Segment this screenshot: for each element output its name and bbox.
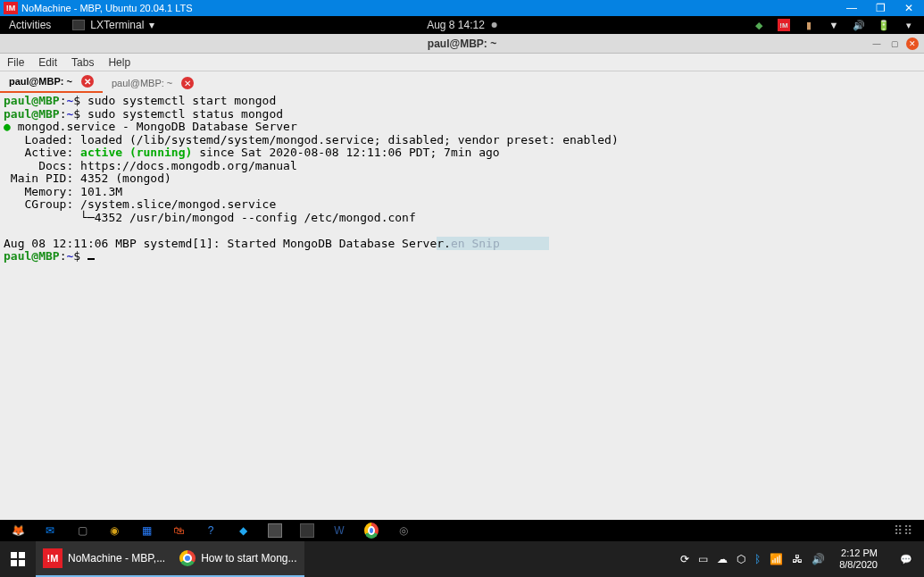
tray-dropbox-icon[interactable]: ⬡: [737, 553, 745, 565]
chrome-app-icon: [179, 550, 196, 566]
tray-video-icon[interactable]: ▭: [698, 553, 708, 565]
tab-close-button[interactable]: ✕: [81, 75, 94, 88]
nomachine-titlebar: !M NoMachine - MBP, Ubuntu 20.04.1 LTS —…: [0, 0, 924, 16]
ubuntu-dock: 🦊 ✉ ▢ ◉ ▦ 🛍 ? ◆ W ◎ ⠿⠿: [0, 520, 924, 541]
chrome-icon[interactable]: [364, 523, 379, 538]
action-center-button[interactable]: 💬: [892, 541, 920, 577]
prompt-user: paul@MBP: [4, 107, 60, 121]
svg-rect-2: [11, 560, 17, 566]
libreoffice-writer-icon[interactable]: ▦: [139, 523, 154, 538]
log-line: Aug 08 12:11:06 MBP systemd[1]: Started …: [4, 237, 437, 250]
nomachine-title: NoMachine - MBP, Ubuntu 20.04.1 LTS: [21, 3, 193, 13]
files-icon[interactable]: ▢: [75, 523, 89, 538]
clock-date: 8/8/2020: [839, 559, 878, 571]
close-button[interactable]: ✕: [903, 2, 915, 14]
clock-time: 2:12 PM: [839, 548, 878, 559]
ubuntu-top-bar: Activities LXTerminal ▾ Aug 8 14:12 ◆ !M…: [0, 16, 924, 34]
docs-line: Docs: https://docs.mongodb.org/manual: [4, 159, 297, 172]
show-apps-icon[interactable]: ⠿⠿: [894, 523, 913, 538]
status-bullet-icon: ●: [4, 120, 11, 133]
memory-line: Memory: 101.3M: [4, 185, 122, 198]
nomachine-logo-icon: !M: [4, 2, 18, 14]
power-icon[interactable]: ▾: [903, 19, 915, 31]
network-icon[interactable]: ▼: [828, 19, 840, 31]
terminal-icon: [72, 20, 85, 30]
task-label: How to start Mong...: [201, 552, 296, 564]
tray-onedrive-icon[interactable]: ☁: [717, 553, 728, 565]
maximize-button[interactable]: ❐: [874, 2, 887, 14]
tray-network-icon[interactable]: 🖧: [792, 553, 803, 565]
taskbar-item-nomachine[interactable]: !M NoMachine - MBP,...: [36, 541, 172, 577]
terminal-titlebar: paul@MBP: ~ — ▢ ✕: [0, 34, 924, 54]
menu-tabs[interactable]: Tabs: [71, 56, 94, 69]
taskbar-item-chrome[interactable]: How to start Mong...: [172, 541, 304, 577]
cgroup-proc-line: └─4352 /usr/bin/mongod --config /etc/mon…: [4, 211, 416, 224]
tab-close-button[interactable]: ✕: [181, 77, 194, 89]
terminal-tabbar: paul@MBP: ~ ✕ paul@MBP: ~ ✕: [0, 71, 924, 93]
minimize-button[interactable]: —: [845, 2, 858, 14]
tab-label: paul@MBP: ~: [112, 78, 172, 88]
svg-rect-0: [11, 552, 17, 558]
battery-icon[interactable]: 🔋: [878, 19, 890, 31]
volume-icon[interactable]: 🔊: [853, 19, 865, 31]
active-status: active (running): [80, 146, 192, 159]
thunderbird-icon[interactable]: ✉: [43, 523, 57, 538]
clipboard-icon[interactable]: ▮: [803, 19, 815, 31]
active-label: Active:: [4, 146, 80, 159]
command-2: sudo systemctl status mongod: [87, 107, 283, 121]
window-minimize-button[interactable]: —: [870, 38, 883, 50]
service-line: mongod.service - MongoDB Database Server: [11, 120, 297, 133]
app-menu[interactable]: LXTerminal ▾: [72, 19, 154, 31]
taskbar-clock[interactable]: 2:12 PM 8/8/2020: [834, 548, 883, 571]
vscode-icon[interactable]: ◆: [236, 523, 250, 538]
terminal-body[interactable]: paul@MBP:~$ sudo systemctl start mongod …: [0, 93, 924, 520]
activities-button[interactable]: Activities: [9, 19, 51, 31]
nomachine-tray-icon[interactable]: !M: [778, 19, 790, 31]
tray-bluetooth-icon[interactable]: ᛒ: [754, 553, 761, 565]
tray-volume-icon[interactable]: 🔊: [812, 553, 825, 565]
windows-logo-icon: [11, 552, 25, 566]
loaded-line: Loaded: loaded (/lib/systemd/system/mong…: [4, 133, 619, 146]
ubuntu-software-icon[interactable]: 🛍: [171, 523, 186, 538]
cursor: [87, 258, 95, 260]
windows-taskbar: !M NoMachine - MBP,... How to start Mong…: [0, 541, 924, 577]
active-since: since Sat 2020-08-08 12:11:06 PDT; 7min …: [192, 146, 499, 159]
help-icon[interactable]: ?: [204, 523, 218, 538]
prompt-user: paul@MBP: [4, 94, 60, 107]
lxterminal-icon[interactable]: [268, 523, 282, 538]
prompt-user: paul@MBP: [4, 249, 60, 263]
selected-watermark: en Snip: [451, 237, 549, 250]
menu-file[interactable]: File: [7, 56, 24, 69]
firefox-icon[interactable]: 🦊: [11, 523, 25, 538]
svg-rect-1: [19, 552, 25, 558]
command-1: sudo systemctl start mongod: [87, 94, 276, 107]
app-name: LXTerminal: [90, 19, 144, 31]
window-close-button[interactable]: ✕: [906, 38, 919, 50]
tray-wifi-icon[interactable]: 📶: [770, 553, 783, 565]
datetime: Aug 8 14:12: [427, 19, 485, 31]
word-icon[interactable]: W: [332, 523, 346, 538]
terminal-icon[interactable]: [300, 523, 314, 538]
tab-2[interactable]: paul@MBP: ~ ✕: [103, 73, 203, 93]
svg-rect-3: [19, 560, 25, 566]
clock-area[interactable]: Aug 8 14:12: [427, 19, 497, 31]
tab-label: paul@MBP: ~: [9, 76, 72, 87]
notification-dot-icon: [492, 22, 497, 28]
shield-icon[interactable]: ◆: [753, 19, 765, 31]
window-maximize-button[interactable]: ▢: [888, 38, 901, 50]
cgroup-line: CGroup: /system.slice/mongod.service: [4, 197, 276, 211]
tab-1[interactable]: paul@MBP: ~ ✕: [0, 71, 103, 93]
menu-help[interactable]: Help: [108, 56, 130, 69]
start-button[interactable]: [0, 541, 36, 577]
chevron-down-icon: ▾: [149, 19, 154, 31]
rhythmbox-icon[interactable]: ◉: [107, 523, 121, 538]
menu-edit[interactable]: Edit: [38, 56, 57, 69]
task-label: NoMachine - MBP,...: [68, 552, 165, 564]
terminal-title: paul@MBP: ~: [428, 38, 496, 50]
tray-sync-icon[interactable]: ⟳: [680, 553, 689, 565]
nomachine-app-icon: !M: [43, 548, 62, 568]
system-tray: ⟳ ▭ ☁ ⬡ ᛒ 📶 🖧 🔊 2:12 PM 8/8/2020 💬: [680, 541, 924, 577]
selected-text: r.: [437, 237, 451, 250]
app-icon[interactable]: ◎: [396, 523, 411, 538]
terminal-menubar: File Edit Tabs Help: [0, 54, 924, 71]
